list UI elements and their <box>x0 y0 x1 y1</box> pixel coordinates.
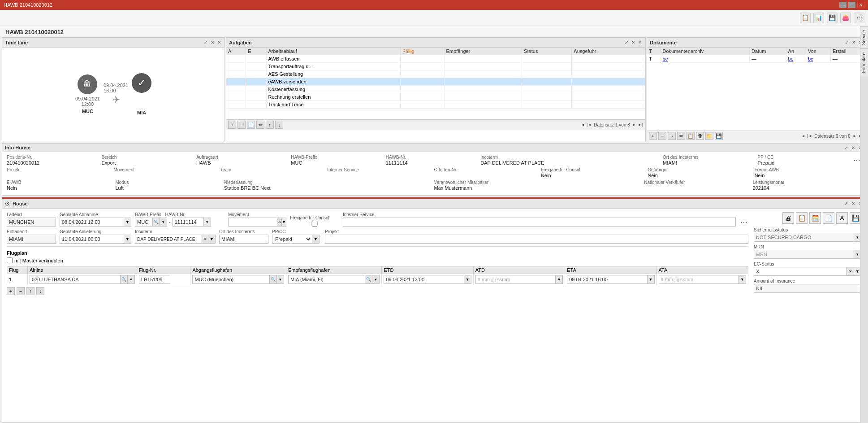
pp-cc-house-dropdown-btn[interactable]: ▼ <box>312 235 320 244</box>
geplante-anlieferung-input[interactable] <box>60 235 124 244</box>
atd-dropdown-btn[interactable]: ▼ <box>556 275 563 284</box>
sidebar-tab-service[interactable]: Service <box>860 26 868 48</box>
close-button[interactable]: ✕ <box>857 2 864 8</box>
dok-add-btn[interactable]: + <box>649 132 657 140</box>
minimize-button[interactable]: — <box>839 2 846 8</box>
hawb-nr-btn[interactable]: ▾ <box>204 218 211 227</box>
dok-von-link[interactable]: bc <box>808 56 813 61</box>
maximize-button[interactable]: □ <box>848 2 855 8</box>
house-expand-btn[interactable]: ⤢ <box>843 201 849 206</box>
etd-dropdown-btn[interactable]: ▼ <box>464 275 471 284</box>
dok-nav-prev-btn[interactable]: ◄ <box>801 134 806 138</box>
more-icon[interactable]: ⋯ <box>854 13 864 23</box>
aufgaben-expand-btn[interactable]: ⤢ <box>624 40 629 45</box>
dok-delete-btn[interactable]: 🗑 <box>696 132 704 140</box>
hawb-nr-input[interactable] <box>173 218 204 227</box>
incoterm-house-dropdown-btn[interactable]: ▼ <box>208 235 216 244</box>
empfang-more-btn[interactable]: ▾ <box>372 275 380 284</box>
house-more-btn[interactable]: ⋯ <box>739 218 748 227</box>
abgang-more-btn[interactable]: ▾ <box>277 275 284 284</box>
hawb-prefix-input[interactable] <box>135 218 153 227</box>
geplante-abnahme-input[interactable] <box>60 218 124 227</box>
projekt-house-input[interactable] <box>325 235 748 244</box>
aufgaben-edit-btn[interactable]: ✏ <box>256 121 264 129</box>
dok-nav-next-btn[interactable]: ► <box>852 134 857 138</box>
etd-input[interactable] <box>384 275 464 284</box>
aufgaben-nav-next-btn[interactable]: ► <box>632 122 637 127</box>
ec-status-input[interactable] <box>754 267 847 276</box>
interner-service-house-input[interactable] <box>343 218 736 227</box>
flight-up-btn[interactable]: ↑ <box>26 287 35 295</box>
aufgaben-down-btn[interactable]: ↓ <box>275 121 283 129</box>
wallet-icon[interactable]: 👛 <box>840 13 851 23</box>
aufgaben-remove-btn[interactable]: − <box>238 121 246 129</box>
dok-send-btn[interactable]: → <box>668 132 676 140</box>
dok-an-link[interactable]: bc <box>788 56 794 61</box>
pp-cc-house-select[interactable]: Prepaid Collect <box>272 235 312 244</box>
house-print-btn[interactable]: 🖨 <box>782 212 794 224</box>
aufgaben-close-btn[interactable]: ✕ <box>637 40 643 45</box>
house-calc-btn[interactable]: 🧮 <box>809 212 821 224</box>
aufgaben-add-btn[interactable]: + <box>228 121 236 129</box>
abgang-search-btn[interactable]: 🔍 <box>270 275 277 284</box>
dok-folder-btn[interactable]: 📁 <box>705 132 713 140</box>
aufgaben-nav-last-btn[interactable]: ►| <box>638 122 643 127</box>
airline-search-btn[interactable]: 🔍 <box>121 275 128 284</box>
house-pin-btn[interactable]: ✕ <box>851 201 856 206</box>
document-icon[interactable]: 📋 <box>800 13 811 23</box>
eta-dropdown-btn[interactable]: ▼ <box>648 275 655 284</box>
flight-add-btn[interactable]: + <box>7 287 15 295</box>
movement-input[interactable] <box>228 218 277 227</box>
dok-archiv-link[interactable]: bc <box>663 56 668 61</box>
sicherheitsstatus-input[interactable] <box>754 233 854 242</box>
aufgaben-pin-btn[interactable]: ✕ <box>630 40 636 45</box>
airline-more-btn[interactable]: ▾ <box>128 275 135 284</box>
eta-input[interactable] <box>567 275 647 284</box>
dok-remove-btn[interactable]: − <box>658 132 666 140</box>
dok-save-btn[interactable]: 💾 <box>715 132 723 140</box>
empfang-search-btn[interactable]: 🔍 <box>365 275 372 284</box>
info-expand-btn[interactable]: ⤢ <box>843 145 849 150</box>
aufgaben-nav-first-btn[interactable]: |◄ <box>586 122 592 127</box>
house-letter-btn[interactable]: A <box>836 212 848 224</box>
dok-nav-first-btn[interactable]: |◄ <box>807 134 812 138</box>
dokumente-pin-btn[interactable]: ✕ <box>851 40 856 45</box>
mit-master-checkbox[interactable] <box>7 257 13 263</box>
hawb-prefix-more-btn[interactable]: ▾ <box>160 218 167 227</box>
ladeort-input[interactable] <box>7 218 56 227</box>
flugnr-input[interactable] <box>139 275 170 284</box>
entladeort-input[interactable] <box>7 235 56 244</box>
dok-edit-btn[interactable]: ✏ <box>677 132 685 140</box>
ec-status-clear-btn[interactable]: ✕ <box>847 267 854 276</box>
ata-dropdown-btn[interactable]: ▼ <box>739 275 746 284</box>
atd-input[interactable] <box>475 275 556 284</box>
dokumente-expand-btn[interactable]: ⤢ <box>844 40 850 45</box>
empfang-input[interactable] <box>288 275 365 284</box>
timeline-close-btn[interactable]: ✕ <box>216 40 222 45</box>
hawb-prefix-search-btn[interactable]: 🔍 <box>153 218 160 227</box>
ata-input[interactable] <box>659 275 739 284</box>
house-collapse-icon[interactable]: ⊙ <box>5 200 10 207</box>
abgang-input[interactable] <box>192 275 269 284</box>
save-icon[interactable]: 💾 <box>827 13 838 23</box>
timeline-pin-btn[interactable]: ✕ <box>210 40 215 45</box>
chart-icon[interactable]: 📊 <box>813 13 824 23</box>
mrn-input[interactable] <box>754 250 854 259</box>
movement-clear-btn[interactable]: ✕ <box>277 218 282 227</box>
info-pin-btn[interactable]: ✕ <box>851 145 856 150</box>
flight-remove-btn[interactable]: − <box>17 287 25 295</box>
house-doc2-btn[interactable]: 📄 <box>823 212 834 224</box>
aufgaben-doc-btn[interactable]: 📄 <box>247 121 255 129</box>
aufgaben-nav-prev-btn[interactable]: ◄ <box>580 122 585 127</box>
freigabe-consol-checkbox[interactable] <box>290 221 339 227</box>
timeline-expand-btn[interactable]: ⤢ <box>203 40 208 45</box>
airline-input[interactable] <box>30 275 121 284</box>
incoterm-house-input[interactable] <box>135 235 201 244</box>
movement-dropdown-btn[interactable]: ▼ <box>282 218 286 227</box>
aufgaben-up-btn[interactable]: ↑ <box>266 121 274 129</box>
sidebar-tab-formulare[interactable]: Formulare <box>860 48 868 77</box>
ort-incoterms-house-input[interactable] <box>219 235 268 244</box>
amount-insurance-input[interactable] <box>754 284 861 293</box>
incoterm-house-clear-btn[interactable]: ✕ <box>201 235 208 244</box>
house-checklist-btn[interactable]: 📋 <box>796 212 808 224</box>
